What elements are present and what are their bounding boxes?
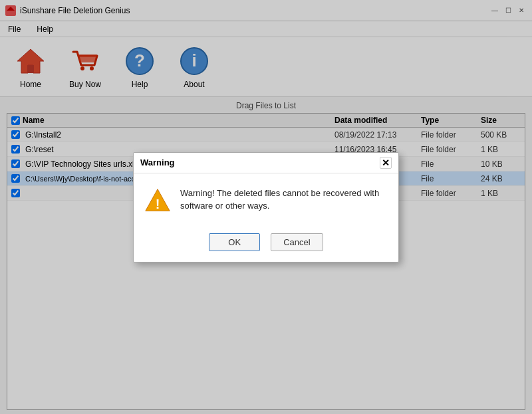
warning-dialog: Warning ✕ ! Warning! The deleted files c…: [133, 152, 399, 262]
warning-icon: !: [144, 187, 171, 213]
dialog-titlebar: Warning ✕: [134, 153, 398, 173]
dialog-message: Warning! The deleted files cannot be rec…: [180, 187, 388, 213]
dialog-close-button[interactable]: ✕: [380, 157, 392, 169]
dialog-ok-button[interactable]: OK: [209, 233, 260, 251]
dialog-overlay: Warning ✕ ! Warning! The deleted files c…: [0, 0, 532, 414]
svg-text:!: !: [156, 196, 160, 211]
dialog-cancel-button[interactable]: Cancel: [271, 233, 323, 251]
dialog-footer: OK Cancel: [134, 227, 398, 262]
dialog-title: Warning: [140, 157, 175, 167]
dialog-body: ! Warning! The deleted files cannot be r…: [134, 173, 398, 227]
